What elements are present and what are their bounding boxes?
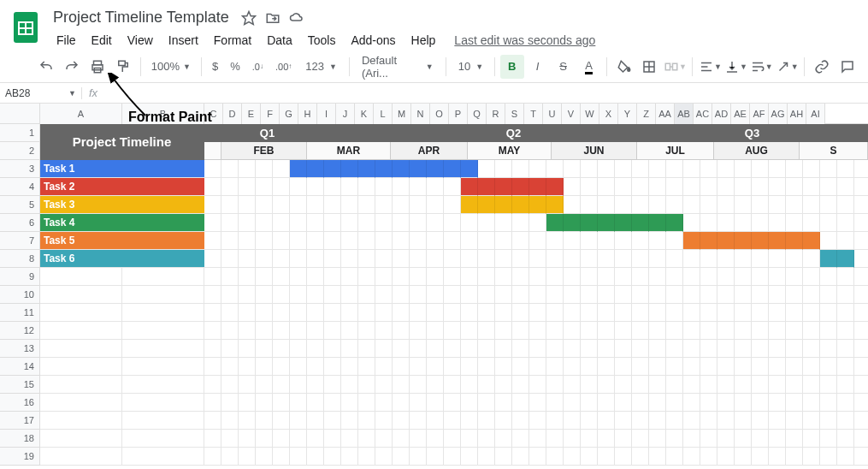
gantt-cell[interactable] (803, 250, 820, 268)
paint-format-button[interactable] (111, 55, 135, 79)
gantt-cell[interactable] (461, 196, 478, 214)
move-folder-icon[interactable] (265, 10, 280, 26)
cell[interactable] (122, 268, 204, 286)
cell[interactable] (837, 340, 854, 358)
cell[interactable] (307, 412, 324, 430)
cell[interactable] (40, 304, 122, 322)
col-header[interactable]: AI (806, 104, 825, 124)
gantt-cell[interactable] (837, 160, 854, 178)
gantt-cell[interactable] (581, 196, 598, 214)
gantt-cell[interactable] (683, 232, 700, 250)
cell[interactable] (598, 448, 615, 466)
quarter-header[interactable]: Q3 (637, 124, 868, 142)
cell[interactable] (598, 358, 615, 376)
cell[interactable] (273, 322, 290, 340)
cell[interactable] (512, 376, 529, 394)
cell[interactable] (461, 304, 478, 322)
cell[interactable] (358, 268, 375, 286)
gantt-cell[interactable] (564, 178, 581, 196)
task-row[interactable]: Task 2 (40, 178, 868, 196)
gantt-cell[interactable] (529, 232, 546, 250)
gantt-cell[interactable] (700, 232, 717, 250)
gantt-cell[interactable] (478, 160, 495, 178)
cell[interactable] (495, 448, 512, 466)
cell[interactable] (358, 322, 375, 340)
gantt-cell[interactable] (632, 178, 649, 196)
cell[interactable] (393, 358, 410, 376)
cell[interactable] (273, 304, 290, 322)
gantt-cell[interactable] (683, 196, 700, 214)
cell[interactable] (854, 430, 868, 448)
gantt-cell[interactable] (615, 232, 632, 250)
gantt-cell[interactable] (735, 214, 752, 232)
menu-tools[interactable]: Tools (301, 30, 343, 50)
row-header[interactable]: 1 (0, 124, 39, 142)
cell[interactable] (375, 286, 393, 304)
cell[interactable] (273, 268, 290, 286)
cell[interactable] (803, 286, 820, 304)
cell[interactable] (427, 394, 444, 412)
cell[interactable] (478, 304, 495, 322)
cell[interactable] (341, 376, 358, 394)
gantt-cell[interactable] (581, 160, 598, 178)
cell[interactable] (649, 376, 666, 394)
gantt-cell[interactable] (221, 232, 239, 250)
cell[interactable] (358, 376, 375, 394)
col-header[interactable]: L (374, 104, 393, 124)
gantt-cell[interactable] (769, 196, 786, 214)
cell[interactable] (700, 412, 717, 430)
cell[interactable] (204, 394, 221, 412)
cell[interactable] (358, 430, 375, 448)
cell[interactable] (615, 430, 632, 448)
gantt-cell[interactable] (495, 178, 512, 196)
cell[interactable] (735, 286, 752, 304)
cell[interactable] (290, 394, 307, 412)
valign-button[interactable]: ▼ (723, 55, 747, 79)
quarter-header[interactable]: Q2 (391, 124, 637, 142)
row-header[interactable]: 4 (0, 178, 39, 196)
cell[interactable] (410, 322, 427, 340)
gantt-cell[interactable] (854, 250, 868, 268)
row-header[interactable]: 16 (0, 394, 39, 412)
cell[interactable] (273, 358, 290, 376)
cell[interactable] (444, 376, 461, 394)
cell[interactable] (239, 430, 256, 448)
cell[interactable] (598, 286, 615, 304)
gantt-cell[interactable] (239, 196, 256, 214)
gantt-cell[interactable] (427, 160, 444, 178)
month-header[interactable]: S (800, 142, 868, 160)
gantt-cell[interactable] (221, 178, 239, 196)
cell[interactable] (717, 286, 735, 304)
cell[interactable] (324, 412, 341, 430)
zoom-select[interactable]: 100%▼ (146, 60, 196, 73)
cell[interactable] (803, 376, 820, 394)
cell[interactable] (700, 376, 717, 394)
cell[interactable] (735, 268, 752, 286)
cell[interactable] (649, 340, 666, 358)
italic-button[interactable]: I (526, 55, 550, 79)
cell[interactable] (649, 412, 666, 430)
cell[interactable] (735, 394, 752, 412)
gantt-cell[interactable] (786, 232, 803, 250)
cell[interactable] (375, 394, 393, 412)
cell[interactable] (615, 394, 632, 412)
cell[interactable] (410, 448, 427, 466)
task-label[interactable]: Task 3 (40, 196, 204, 214)
month-header[interactable]: JUN (552, 142, 637, 160)
cell[interactable] (461, 322, 478, 340)
cell[interactable] (820, 322, 837, 340)
cell[interactable] (615, 304, 632, 322)
cell[interactable] (341, 268, 358, 286)
cell[interactable] (478, 412, 495, 430)
gantt-cell[interactable] (769, 160, 786, 178)
gantt-cell[interactable] (444, 196, 461, 214)
row-header[interactable]: 12 (0, 322, 39, 340)
gantt-cell[interactable] (273, 214, 290, 232)
cell[interactable] (461, 430, 478, 448)
cell[interactable] (478, 286, 495, 304)
cell[interactable] (410, 358, 427, 376)
cell[interactable] (700, 430, 717, 448)
cell[interactable] (854, 340, 868, 358)
cell[interactable] (444, 286, 461, 304)
cell[interactable] (239, 340, 256, 358)
